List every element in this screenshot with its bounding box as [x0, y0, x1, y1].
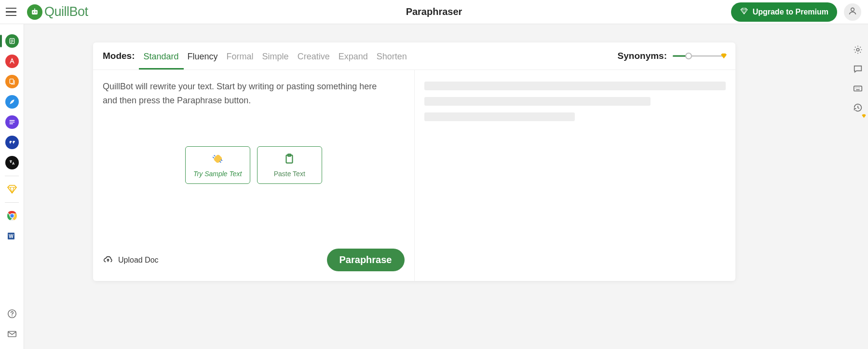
help-icon: [5, 307, 19, 321]
summarizer-icon: [5, 115, 19, 129]
upgrade-label: Upgrade to Premium: [753, 8, 828, 16]
tab-simple[interactable]: Simple: [262, 44, 289, 69]
diamond-icon: [5, 182, 19, 196]
plagiarism-icon: [5, 75, 19, 88]
page-title: Paraphraser: [406, 6, 462, 17]
nav-premium[interactable]: [0, 179, 24, 199]
skeleton-line: [424, 112, 575, 121]
paraphrase-button[interactable]: Paraphrase: [327, 249, 405, 271]
brand-text: QuillBot: [44, 4, 88, 19]
input-pane[interactable]: QuillBot will rewrite your text. Start b…: [93, 70, 415, 281]
modes-label: Modes:: [103, 51, 135, 61]
svg-point-13: [11, 316, 12, 317]
skeleton-line: [424, 82, 726, 90]
hotkeys-button[interactable]: [852, 83, 864, 96]
svg-point-2: [33, 11, 34, 13]
wave-icon: [211, 153, 224, 167]
feedback-button[interactable]: [852, 64, 864, 76]
upload-doc-label: Upload Doc: [118, 256, 159, 265]
nav-paraphraser[interactable]: [0, 31, 24, 51]
word-icon: W: [5, 229, 19, 243]
try-sample-button[interactable]: Try Sample Text: [185, 146, 250, 184]
synonyms-slider[interactable]: [673, 52, 726, 60]
profile-button[interactable]: [844, 3, 861, 21]
try-sample-label: Try Sample Text: [193, 170, 242, 178]
rail-divider: [5, 202, 19, 203]
nav-word-extension[interactable]: W: [0, 226, 24, 246]
brand-logo[interactable]: QuillBot: [27, 4, 88, 20]
svg-text:W: W: [9, 234, 14, 239]
mode-tabs: Standard Fluency Formal Simple Creative …: [144, 44, 407, 69]
nav-grammar-checker[interactable]: [0, 51, 24, 71]
svg-point-4: [851, 8, 854, 11]
svg-rect-1: [34, 8, 35, 10]
settings-button[interactable]: [852, 44, 864, 57]
app-header: QuillBot Paraphraser Upgrade to Premium: [0, 0, 868, 24]
person-icon: [848, 6, 857, 18]
nav-help[interactable]: [0, 304, 24, 324]
nav-co-writer[interactable]: [0, 92, 24, 112]
upload-doc-button[interactable]: Upload Doc: [103, 254, 159, 266]
left-nav-rail: W: [0, 24, 24, 349]
editor-card: Modes: Standard Fluency Formal Simple Cr…: [93, 42, 735, 281]
nav-summarizer[interactable]: [0, 112, 24, 132]
rail-divider: [5, 176, 19, 176]
content-area: Modes: Standard Fluency Formal Simple Cr…: [24, 24, 868, 349]
grammar-icon: [5, 55, 19, 68]
history-button[interactable]: [852, 102, 864, 115]
translator-icon: [5, 156, 19, 169]
output-pane: [415, 70, 736, 281]
output-placeholder-skeleton: [424, 82, 726, 121]
diamond-icon: [861, 112, 867, 117]
diamond-icon: [720, 52, 728, 60]
tab-standard[interactable]: Standard: [144, 44, 179, 69]
chat-icon: [853, 64, 863, 76]
mail-icon: [5, 327, 19, 341]
upload-cloud-icon: [103, 254, 113, 266]
svg-rect-0: [32, 10, 38, 14]
svg-point-15: [856, 48, 859, 51]
tab-shorten[interactable]: Shorten: [377, 44, 407, 69]
clipboard-icon: [283, 153, 296, 167]
nav-translator[interactable]: [0, 153, 24, 173]
paste-text-button[interactable]: Paste Text: [257, 146, 322, 184]
citation-icon: [5, 136, 19, 149]
chrome-icon: [5, 209, 19, 223]
paraphrase-label: Paraphrase: [339, 254, 392, 265]
cowriter-icon: [5, 95, 19, 109]
robot-icon: [27, 4, 42, 20]
diamond-icon: [740, 7, 748, 17]
nav-contact[interactable]: [0, 324, 24, 344]
tab-expand[interactable]: Expand: [339, 44, 368, 69]
nav-citation[interactable]: [0, 132, 24, 153]
menu-icon[interactable]: [6, 5, 19, 19]
input-placeholder: QuillBot will rewrite your text. Start b…: [103, 80, 387, 108]
tab-formal[interactable]: Formal: [227, 44, 254, 69]
svg-rect-6: [10, 79, 13, 84]
nav-chrome-extension[interactable]: [0, 206, 24, 226]
upgrade-premium-button[interactable]: Upgrade to Premium: [731, 2, 837, 22]
synonyms-label: Synonyms:: [618, 51, 667, 61]
svg-point-3: [35, 11, 37, 13]
editor-toolbar: Modes: Standard Fluency Formal Simple Cr…: [93, 42, 735, 70]
right-tool-rail: [852, 44, 864, 115]
tab-fluency[interactable]: Fluency: [188, 44, 218, 69]
keyboard-icon: [853, 83, 863, 96]
slider-thumb[interactable]: [685, 53, 692, 59]
skeleton-line: [424, 97, 651, 106]
tab-creative[interactable]: Creative: [298, 44, 330, 69]
paste-text-label: Paste Text: [274, 170, 305, 178]
gear-icon: [853, 44, 863, 57]
nav-plagiarism[interactable]: [0, 71, 24, 92]
paraphraser-icon: [5, 34, 19, 48]
svg-rect-16: [854, 86, 862, 91]
